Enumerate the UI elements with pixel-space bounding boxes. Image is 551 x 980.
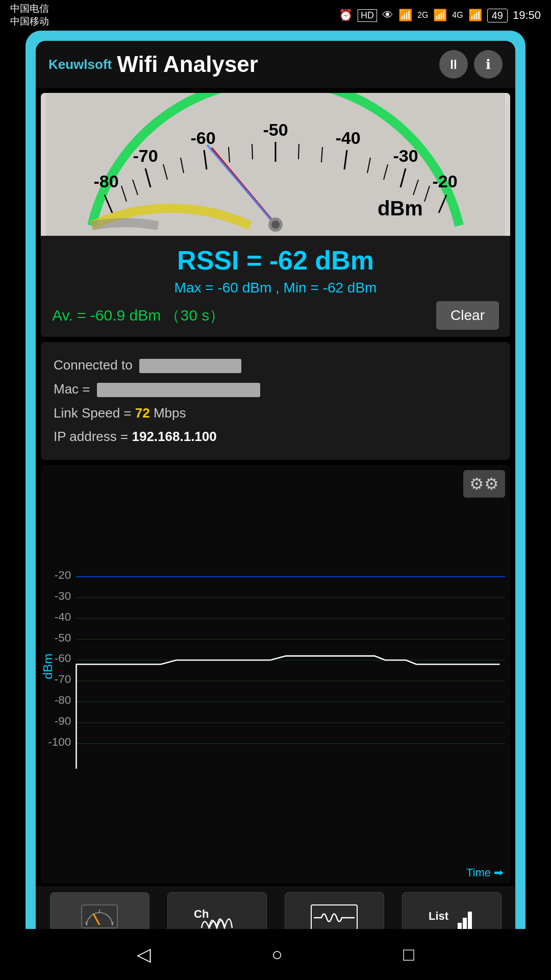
back-button[interactable]: ◁ — [121, 939, 166, 970]
svg-point-31 — [271, 220, 280, 229]
spacer: , — [276, 280, 284, 296]
svg-text:-80: -80 — [55, 694, 71, 706]
svg-text:-20: -20 — [55, 569, 71, 581]
link-speed-value: 72 — [135, 405, 150, 421]
chart-section: ⚙⚙ -20 -30 -40 -50 -60 — [41, 465, 510, 884]
battery-level: 49 — [487, 9, 508, 22]
svg-line-20 — [252, 144, 253, 159]
ip-row: IP address = 192.168.1.100 — [54, 425, 497, 449]
meter-icon — [79, 902, 120, 933]
svg-rect-32 — [41, 562, 510, 787]
recents-button[interactable]: □ — [388, 939, 430, 970]
ssid-value — [139, 359, 241, 373]
status-right: ⏰ HD 👁 📶 2G 📶 4G 📶 49 19:50 — [339, 9, 541, 22]
svg-line-21 — [298, 144, 299, 159]
app-title: Wifi Analyser — [117, 52, 258, 77]
app-header: Keuwlsoft Wifi Analyser ⏸ ℹ — [36, 41, 515, 88]
app-container: Keuwlsoft Wifi Analyser ⏸ ℹ — [26, 31, 525, 960]
gauge-svg: -80 -70 -60 -50 -40 -30 — [41, 93, 510, 236]
svg-text:-70: -70 — [55, 673, 71, 685]
signal-bars-1: 📶 — [433, 9, 447, 22]
app-inner: Keuwlsoft Wifi Analyser ⏸ ℹ — [36, 41, 515, 949]
rssi-display: RSSI = -62 dBm — [52, 245, 499, 276]
meter-section: -80 -70 -60 -50 -40 -30 — [41, 93, 510, 337]
svg-text:List: List — [429, 910, 449, 922]
header-left: Keuwlsoft Wifi Analyser — [48, 52, 258, 77]
connected-row: Connected to — [54, 353, 497, 377]
svg-text:-50: -50 — [263, 120, 288, 139]
svg-text:-70: -70 — [133, 146, 158, 165]
signal-graph-icon — [309, 902, 360, 933]
eye-icon: 👁 — [382, 9, 393, 22]
svg-text:-80: -80 — [93, 172, 118, 191]
min-value: -62 dBm — [323, 280, 377, 296]
svg-text:-40: -40 — [55, 610, 71, 623]
pause-button[interactable]: ⏸ — [439, 50, 468, 79]
clear-button[interactable]: Clear — [436, 301, 499, 330]
svg-text:Ch: Ch — [194, 908, 209, 920]
mac-row: Mac = — [54, 377, 497, 401]
chart-svg: -20 -30 -40 -50 -60 -70 -80 — [41, 465, 510, 884]
ip-value: 192.168.1.100 — [132, 429, 216, 444]
meter-gauge: -80 -70 -60 -50 -40 -30 — [41, 93, 510, 236]
alarm-icon: ⏰ — [339, 9, 353, 22]
rssi-avg-row: Av. = -60.9 dBm （30 s） Clear — [52, 301, 499, 330]
rssi-avg: Av. = -60.9 dBm （30 s） — [52, 305, 224, 326]
svg-text:-60: -60 — [55, 652, 71, 665]
carrier-info: 中国电信 中国移动 — [10, 3, 49, 28]
info-button[interactable]: ℹ — [474, 50, 503, 79]
svg-text:-40: -40 — [335, 128, 360, 148]
svg-text:-30: -30 — [55, 590, 71, 602]
brand-name: Keuwlsoft — [48, 57, 112, 72]
svg-text:-100: -100 — [48, 736, 71, 748]
svg-text:dBm: dBm — [378, 197, 423, 219]
chart-settings-button[interactable]: ⚙⚙ — [463, 470, 505, 498]
time-display: 19:50 — [513, 9, 541, 22]
signal-2g: 2G — [417, 11, 428, 20]
signal-bars-2: 📶 — [468, 9, 482, 22]
svg-rect-63 — [463, 918, 467, 929]
status-bar: 中国电信 中国移动 ⏰ HD 👁 📶 2G 📶 4G 📶 49 19:50 — [0, 0, 551, 31]
carrier2: 中国移动 — [10, 15, 49, 28]
header-buttons: ⏸ ℹ — [439, 50, 503, 79]
home-button[interactable]: ○ — [256, 939, 298, 970]
svg-text:-20: -20 — [432, 172, 457, 191]
rssi-label: RSSI = — [177, 246, 269, 275]
carrier1: 中国电信 — [10, 3, 49, 15]
chart-x-label: Time ➡ — [466, 866, 503, 879]
svg-text:-60: -60 — [190, 128, 215, 148]
svg-text:-30: -30 — [393, 146, 418, 165]
rssi-minmax: Max = -60 dBm , Min = -62 dBm — [52, 280, 499, 296]
connected-label: Connected to — [54, 357, 133, 373]
meter-readings: RSSI = -62 dBm Max = -60 dBm , Min = -62… — [41, 236, 510, 337]
svg-rect-64 — [468, 912, 472, 929]
max-value: -60 dBm — [217, 280, 271, 296]
link-speed-unit: Mbps — [154, 405, 186, 421]
arrow-right-icon: ➡ — [494, 866, 503, 879]
wifi-icon: 📶 — [398, 9, 412, 22]
svg-text:-50: -50 — [55, 631, 71, 644]
ip-label: IP address = — [54, 429, 128, 444]
time-label: Time — [466, 866, 491, 879]
signal-4g: 4G — [452, 11, 463, 20]
max-label: Max = — [174, 280, 218, 296]
svg-rect-62 — [458, 923, 462, 929]
svg-text:dBm: dBm — [41, 654, 55, 679]
link-speed-row: Link Speed = 72 Mbps — [54, 401, 497, 425]
min-label: Min = — [284, 280, 323, 296]
list-icon: List — [426, 902, 477, 933]
link-speed-label: Link Speed = — [54, 405, 132, 421]
hd-badge: HD — [358, 9, 377, 22]
mac-value — [97, 383, 260, 397]
connection-info: Connected to Mac = Link Speed = 72 Mbps … — [41, 342, 510, 460]
channel-icon: Ch — [191, 902, 242, 933]
mac-label: Mac = — [54, 381, 90, 397]
rssi-value: -62 dBm — [269, 246, 374, 275]
system-nav: ◁ ○ □ — [0, 929, 551, 980]
svg-text:-90: -90 — [55, 715, 71, 727]
